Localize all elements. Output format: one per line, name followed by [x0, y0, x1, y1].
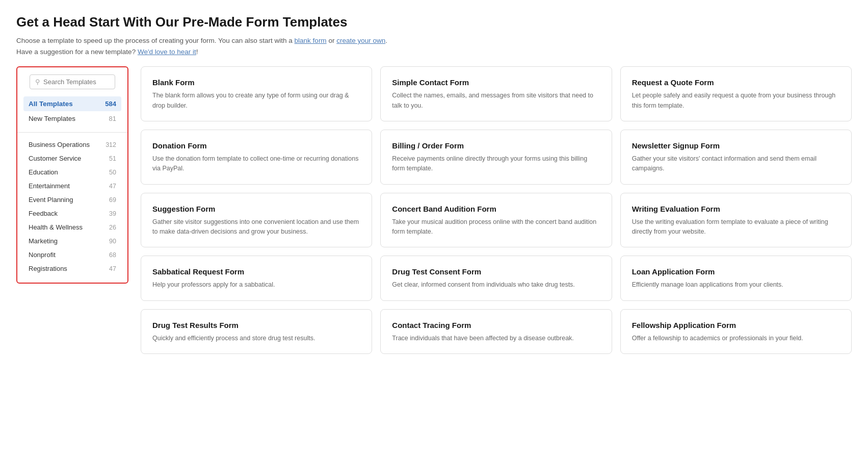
- sidebar-categories: Business Operations312Customer Service51…: [17, 138, 127, 275]
- template-card-4[interactable]: Billing / Order Form Receive payments on…: [380, 130, 612, 185]
- sidebar-category-count: 50: [109, 169, 116, 176]
- sidebar-category-count: 312: [106, 141, 116, 148]
- template-card-desc: Take your musical audition process onlin…: [392, 217, 600, 237]
- sidebar-category-label: Nonprofit: [29, 251, 56, 259]
- template-card-desc: Use the writing evaluation form template…: [632, 217, 840, 237]
- template-card-title: Contact Tracing Form: [392, 321, 600, 330]
- template-card-3[interactable]: Donation Form Use the donation form temp…: [141, 130, 372, 185]
- sidebar-category-label: Business Operations: [29, 141, 90, 148]
- template-card-desc: Gather site visitor suggestions into one…: [152, 217, 360, 237]
- page-title: Get a Head Start With Our Pre-Made Form …: [16, 14, 852, 30]
- template-card-title: Sabbatical Request Form: [152, 267, 360, 276]
- sidebar-item-entertainment[interactable]: Entertainment47: [23, 179, 121, 193]
- search-icon: ⚲: [35, 78, 40, 86]
- suggestion-link[interactable]: We'd love to hear it: [138, 48, 196, 56]
- sidebar-category-label: Registrations: [29, 265, 67, 272]
- template-card-desc: Use the donation form template to collec…: [152, 154, 360, 174]
- template-card-7[interactable]: Concert Band Audition Form Take your mus…: [380, 193, 612, 248]
- template-card-desc: Offer a fellowship to academics or profe…: [632, 334, 840, 343]
- subtitle-text2: or: [328, 37, 334, 44]
- sidebar-category-count: 26: [109, 224, 116, 231]
- sidebar-item-event-planning[interactable]: Event Planning69: [23, 193, 121, 207]
- template-card-desc: Quickly and efficiently process and stor…: [152, 334, 360, 343]
- page-subtitle: Choose a template to speed up the proces…: [16, 35, 852, 57]
- template-card-14[interactable]: Fellowship Application Form Offer a fell…: [620, 309, 852, 354]
- create-own-link[interactable]: create your own: [336, 37, 385, 44]
- template-card-title: Billing / Order Form: [392, 141, 600, 150]
- template-card-6[interactable]: Suggestion Form Gather site visitor sugg…: [141, 193, 372, 248]
- search-box[interactable]: ⚲: [30, 74, 115, 89]
- template-card-title: Simple Contact Form: [392, 78, 600, 87]
- sidebar: ⚲ All Templates 584 New Templates 81 Bus…: [16, 66, 128, 284]
- sidebar-category-label: Event Planning: [29, 196, 73, 204]
- sidebar-item-new-templates[interactable]: New Templates 81: [23, 111, 121, 126]
- template-card-0[interactable]: Blank Form The blank form allows you to …: [141, 66, 372, 121]
- sidebar-category-count: 39: [109, 210, 116, 217]
- template-card-title: Drug Test Consent Form: [392, 267, 600, 276]
- sidebar-all-count: 584: [105, 100, 116, 108]
- sidebar-item-all-templates[interactable]: All Templates 584: [23, 96, 121, 111]
- template-card-title: Loan Application Form: [632, 267, 840, 276]
- sidebar-item-business-operations[interactable]: Business Operations312: [23, 138, 121, 151]
- sidebar-category-count: 51: [109, 155, 116, 162]
- template-card-9[interactable]: Sabbatical Request Form Help your profes…: [141, 256, 372, 300]
- template-card-10[interactable]: Drug Test Consent Form Get clear, inform…: [380, 256, 612, 300]
- suggestion-text: Have a suggestion for a new template?: [16, 48, 136, 56]
- sidebar-category-label: Feedback: [29, 210, 58, 217]
- template-card-11[interactable]: Loan Application Form Efficiently manage…: [620, 256, 852, 300]
- template-card-8[interactable]: Writing Evaluation Form Use the writing …: [620, 193, 852, 248]
- sidebar-divider: [17, 132, 127, 133]
- sidebar-category-count: 47: [109, 265, 116, 272]
- template-card-title: Drug Test Results Form: [152, 321, 360, 330]
- sidebar-item-marketing[interactable]: Marketing90: [23, 234, 121, 248]
- sidebar-category-label: Health & Wellness: [29, 223, 83, 231]
- template-card-desc: Get clear, informed consent from individ…: [392, 280, 600, 290]
- template-card-desc: Efficiently manage loan applications fro…: [632, 280, 840, 290]
- sidebar-category-count: 47: [109, 183, 116, 190]
- template-card-desc: Help your professors apply for a sabbati…: [152, 280, 360, 290]
- sidebar-new-label: New Templates: [29, 115, 75, 122]
- template-card-12[interactable]: Drug Test Results Form Quickly and effic…: [141, 309, 372, 354]
- template-card-desc: The blank form allows you to create any …: [152, 91, 360, 111]
- sidebar-item-nonprofit[interactable]: Nonprofit68: [23, 248, 121, 262]
- template-card-desc: Collect the names, emails, and messages …: [392, 91, 600, 111]
- sidebar-category-count: 68: [109, 251, 116, 259]
- sidebar-category-count: 69: [109, 196, 116, 204]
- template-card-5[interactable]: Newsletter Signup Form Gather your site …: [620, 130, 852, 185]
- template-card-title: Concert Band Audition Form: [392, 205, 600, 213]
- blank-form-link[interactable]: blank form: [295, 37, 327, 44]
- template-card-desc: Gather your site visitors' contact infor…: [632, 154, 840, 174]
- sidebar-category-label: Entertainment: [29, 182, 70, 190]
- sidebar-item-feedback[interactable]: Feedback39: [23, 207, 121, 220]
- template-card-13[interactable]: Contact Tracing Form Trace individuals t…: [380, 309, 612, 354]
- sidebar-new-count: 81: [109, 115, 116, 122]
- search-input[interactable]: [43, 78, 110, 86]
- template-card-2[interactable]: Request a Quote Form Let people safely a…: [620, 66, 852, 121]
- template-card-title: Donation Form: [152, 141, 360, 150]
- sidebar-category-label: Customer Service: [29, 155, 81, 162]
- sidebar-category-label: Marketing: [29, 237, 58, 245]
- sidebar-category-count: 90: [109, 238, 116, 245]
- template-card-title: Newsletter Signup Form: [632, 141, 840, 150]
- template-card-desc: Let people safely and easily request a q…: [632, 91, 840, 111]
- sidebar-item-health-wellness[interactable]: Health & Wellness26: [23, 220, 121, 234]
- sidebar-all-label: All Templates: [29, 100, 73, 108]
- template-card-title: Writing Evaluation Form: [632, 205, 840, 213]
- subtitle-text1: Choose a template to speed up the proces…: [16, 37, 293, 44]
- template-card-1[interactable]: Simple Contact Form Collect the names, e…: [380, 66, 612, 121]
- template-card-desc: Receive payments online directly through…: [392, 154, 600, 174]
- template-card-title: Request a Quote Form: [632, 78, 840, 87]
- template-card-title: Fellowship Application Form: [632, 321, 840, 330]
- sidebar-item-customer-service[interactable]: Customer Service51: [23, 151, 121, 165]
- template-card-title: Blank Form: [152, 78, 360, 87]
- sidebar-item-registrations[interactable]: Registrations47: [23, 262, 121, 275]
- sidebar-category-label: Education: [29, 168, 58, 176]
- template-card-title: Suggestion Form: [152, 205, 360, 213]
- template-card-desc: Trace individuals that have been affecte…: [392, 334, 600, 343]
- templates-grid: Blank Form The blank form allows you to …: [141, 66, 852, 354]
- sidebar-item-education[interactable]: Education50: [23, 165, 121, 179]
